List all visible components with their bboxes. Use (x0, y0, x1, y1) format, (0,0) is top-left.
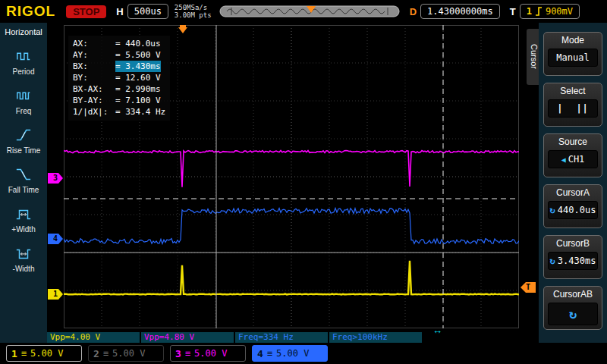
cursor-row-byay: BY-AY:= 7.100 V (73, 95, 165, 106)
menu-button-mode[interactable]: Mode Manual (543, 32, 602, 76)
left-menu-item-label: -Width (13, 265, 35, 273)
mode-value: Manual (556, 52, 589, 63)
left-menu-item-fall-time[interactable]: Fall Time (8, 166, 39, 194)
channel-scale: 5.00 V (30, 348, 63, 359)
menu-button-cursor-ab[interactable]: CursorAB ↻ (543, 286, 602, 330)
channel-3-offset-marker[interactable]: 3 (48, 173, 63, 184)
memory-position-scrollbar[interactable] (219, 4, 400, 19)
channel-scale: 5.00 V (112, 348, 145, 359)
dc-coupling-icon: ≡ (267, 348, 272, 359)
channel-number: 3 (175, 348, 181, 359)
freq-icon (13, 87, 34, 104)
cursor-row-bxax: BX-AX:= 2.990ms (73, 83, 165, 95)
menu-button-label: CursorA (544, 187, 602, 198)
menu-button-cursor-a[interactable]: CursorA ↻ 440.0us (543, 184, 602, 228)
cursor-row-bx: BX:= 3.430ms (73, 61, 165, 72)
dc-coupling-icon: ≡ (103, 348, 109, 359)
measurement-strip: Vpp=4.00 V Vpp=4.80 V Freq=334 Hz Freq>1… (47, 332, 422, 343)
channel-1-status[interactable]: 1 ≡ 5.00 V (6, 345, 82, 362)
rising-edge-icon (535, 6, 543, 17)
left-menu-item-label: Freq (16, 107, 32, 115)
cursor-row-by: BY:= 12.60 V (73, 72, 165, 83)
cursor-b-value: 3.430ms (558, 256, 596, 266)
left-menu-item-label: Fall Time (8, 186, 39, 194)
prev-source-icon: ◀ (561, 155, 566, 164)
top-bar: RIGOL STOP H 500us 250MSa/s 3.00M pts D … (0, 0, 607, 23)
channel-number: 1 (11, 348, 17, 359)
minus-width-icon (13, 245, 34, 262)
cursor-b-select-icon: || (576, 103, 588, 114)
menu-button-label: Select (544, 86, 602, 96)
measurement-vpp-ch3[interactable]: Vpp=4.80 V (141, 332, 234, 343)
source-value: CH1 (568, 154, 585, 165)
left-menu-title: Horizontal (5, 27, 42, 36)
left-menu-item-period[interactable]: Period (13, 48, 35, 76)
cursor-row-ay: AY:= 5.500 V (73, 49, 165, 61)
graticule: AX:= 440.0us AY:= 5.500 V BX:= 3.430ms B… (47, 23, 539, 332)
cursor-b-drag-icon[interactable]: ↔ (432, 325, 442, 336)
right-menu: Mode Manual Select | || Source ◀ CH1 Cur… (539, 23, 607, 343)
timebase-value[interactable]: 500us (127, 4, 168, 19)
rise-time-icon (13, 127, 34, 143)
cursor-row-ax: AX:= 440.0us (73, 38, 165, 49)
menu-button-source[interactable]: Source ◀ CH1 (543, 133, 602, 177)
menu-button-label: CursorB (544, 238, 602, 249)
left-menu-item-label: Period (13, 67, 35, 76)
knob-rotate-icon: ↻ (550, 256, 555, 266)
channel-4-status[interactable]: 4 ≡ 5.00 V (252, 345, 328, 362)
cursor-row-freq: 1/|dX|:= 334.4 Hz (73, 106, 165, 118)
knob-rotate-icon: ↻ (569, 306, 577, 322)
run-stop-status[interactable]: STOP (66, 5, 106, 18)
cursor-menu-tab[interactable]: Cursor (527, 29, 539, 85)
menu-button-cursor-b[interactable]: CursorB ↻ 3.430ms (543, 235, 602, 279)
measurement-vpp-ch1[interactable]: Vpp=4.00 V (47, 332, 140, 343)
measurement-freq-limit[interactable]: Freq>100kHz (329, 332, 422, 343)
trigger-source-channel: 1 (527, 6, 532, 17)
menu-button-label: Mode (544, 35, 602, 46)
horizontal-label: H (116, 6, 123, 17)
sample-rate-info: 250MSa/s 3.00M pts (175, 4, 212, 19)
delay-label: D (410, 6, 417, 17)
menu-button-label: CursorAB (544, 289, 602, 300)
left-menu: Horizontal Period Freq Rise Time (0, 23, 47, 343)
channel-scale: 5.00 V (194, 348, 227, 359)
trigger-level-value: 900mV (546, 6, 573, 17)
measurement-freq-ch4[interactable]: Freq=334 Hz (235, 332, 328, 343)
period-icon (13, 48, 34, 64)
channel-1-offset-marker[interactable]: 1 (48, 289, 63, 300)
channel-status-bar: 1 ≡ 5.00 V 2 ≡ 5.00 V 3 ≡ 5.00 V 4 ≡ 5.0… (0, 343, 607, 364)
cursor-a-value: 440.0us (558, 205, 596, 215)
cursor-measurement-panel: AX:= 440.0us AY:= 5.500 V BX:= 3.430ms B… (68, 36, 170, 121)
channel-4-offset-marker[interactable]: 4 (48, 234, 63, 244)
trigger-settings-box[interactable]: 1 900mV (520, 4, 580, 19)
left-menu-item-label: +Width (11, 225, 35, 234)
dc-coupling-icon: ≡ (21, 348, 27, 359)
plus-width-icon (13, 206, 34, 222)
knob-rotate-icon: ↻ (550, 205, 555, 215)
trigger-label: T (510, 6, 516, 17)
menu-button-select[interactable]: Select | || (543, 83, 602, 127)
left-menu-item-pwidth[interactable]: +Width (11, 206, 35, 234)
channel-2-status[interactable]: 2 ≡ 5.00 V (88, 345, 164, 362)
rigol-logo: RIGOL (6, 3, 55, 20)
oscilloscope-screen: RIGOL STOP H 500us 250MSa/s 3.00M pts D … (0, 0, 607, 364)
fall-time-icon (13, 166, 34, 183)
channel-number: 2 (93, 348, 99, 359)
channel-scale: 5.00 V (276, 348, 309, 359)
channel-3-status[interactable]: 3 ≡ 5.00 V (170, 345, 246, 362)
trigger-level-marker[interactable]: T (521, 282, 536, 293)
left-menu-item-rise-time[interactable]: Rise Time (7, 127, 40, 155)
left-menu-item-label: Rise Time (7, 146, 40, 155)
delay-value[interactable]: 1.43000000ms (420, 4, 500, 19)
dc-coupling-icon: ≡ (185, 348, 190, 359)
channel-number: 4 (257, 348, 263, 359)
left-menu-item-nwidth[interactable]: -Width (13, 245, 35, 273)
left-menu-item-freq[interactable]: Freq (13, 87, 34, 115)
menu-button-label: Source (544, 136, 602, 147)
cursor-a-select-icon: | (557, 103, 563, 114)
